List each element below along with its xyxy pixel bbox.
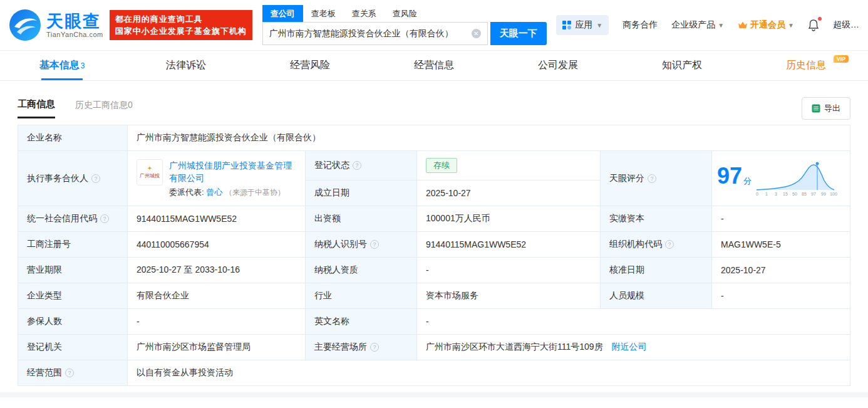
label-approval-date: 核准日期 bbox=[601, 258, 712, 283]
table-row: 企业名称 广州市南方智慧能源投资合伙企业（有限合伙） bbox=[18, 125, 850, 151]
value-insured-count: - bbox=[128, 309, 306, 335]
info-icon[interactable]: ? bbox=[100, 214, 109, 223]
value-org-code: MAG1WW5E-5 bbox=[712, 232, 850, 258]
value-company-name: 广州市南方智慧能源投资合伙企业（有限合伙） bbox=[128, 125, 850, 151]
nav-open-vip[interactable]: 开通会员 ▼ bbox=[738, 19, 794, 31]
export-excel-icon bbox=[812, 104, 820, 113]
tab-history-info[interactable]: 历史信息 VIP bbox=[744, 51, 868, 80]
axis-tick: 0 bbox=[756, 192, 758, 196]
table-row: 执行事务合伙人 ? ✦ 广州城投 广州城投佳朋产业投资基金管理有限公司 委派代表… bbox=[18, 151, 850, 180]
info-icon[interactable]: ? bbox=[648, 174, 656, 183]
crown-icon bbox=[738, 21, 748, 29]
label-org-code: 组织机构代码 ? bbox=[601, 232, 712, 258]
table-row: 营业期限 2025-10-27 至 2033-10-16 纳税人资质 - 核准日… bbox=[18, 258, 850, 283]
value-tianyan-score[interactable]: 97分 0 1 3 15 50 85 97 99 100 bbox=[712, 151, 850, 206]
value-approval-date: 2025-10-27 bbox=[712, 258, 850, 283]
value-registration-number: 440110005667954 bbox=[128, 232, 306, 258]
info-icon[interactable]: ? bbox=[370, 343, 379, 352]
value-english-name: - bbox=[417, 309, 850, 335]
axis-tick: 99 bbox=[821, 192, 826, 196]
brand-slogan: 都在用的商业查询工具 国家中小企业发展子基金旗下机构 bbox=[110, 10, 252, 40]
nav-business-cooperation[interactable]: 商务合作 bbox=[623, 19, 658, 31]
tab-legal-proceedings[interactable]: 法律诉讼 bbox=[124, 51, 248, 80]
clear-search-icon[interactable]: ✕ bbox=[472, 29, 481, 38]
nav-super-vip[interactable]: 超级… bbox=[833, 19, 859, 31]
tab-company-development[interactable]: 公司发展 bbox=[496, 51, 620, 80]
axis-tick: 97 bbox=[811, 192, 816, 196]
value-taxpayer-qualification: - bbox=[417, 258, 601, 283]
info-icon[interactable]: ? bbox=[91, 174, 100, 183]
notification-bell-icon[interactable] bbox=[808, 19, 819, 31]
label-staff-size: 人员规模 bbox=[601, 283, 712, 309]
export-button[interactable]: 导出 bbox=[802, 97, 850, 120]
label-capital: 出资额 bbox=[306, 206, 417, 232]
search-button[interactable]: 天眼一下 bbox=[490, 22, 547, 45]
search-block: 查公司 查老板 查关系 查风险 ✕ 天眼一下 bbox=[262, 5, 547, 45]
value-business-scope: 以自有资金从事投资活动 bbox=[128, 360, 850, 386]
info-icon[interactable]: ? bbox=[370, 240, 379, 249]
apps-button[interactable]: 应用 ▼ bbox=[556, 15, 609, 35]
score-number: 97分 bbox=[717, 164, 752, 194]
tab-operating-info[interactable]: 经营信息 bbox=[372, 51, 496, 80]
search-tab-boss[interactable]: 查老板 bbox=[303, 5, 344, 22]
tab-intellectual-property[interactable]: 知识产权 bbox=[620, 51, 744, 80]
notification-dot bbox=[818, 17, 822, 21]
label-taxpayer-qualification: 纳税人资质 bbox=[306, 258, 417, 283]
top-header: 天眼查 TianYanCha.com 都在用的商业查询工具 国家中小企业发展子基… bbox=[0, 0, 868, 50]
info-icon[interactable]: ? bbox=[353, 161, 361, 170]
header-nav: 应用 ▼ 商务合作 企业级产品 ▼ 开通会员 ▼ 超级… bbox=[556, 15, 859, 35]
label-business-term: 营业期限 bbox=[18, 258, 128, 283]
value-establish-date: 2025-10-27 bbox=[417, 180, 601, 206]
label-tianyan-score: 天眼评分 ? bbox=[601, 151, 712, 206]
subtab-business-info[interactable]: 工商信息 bbox=[18, 98, 55, 118]
table-row: 企业类型 有限合伙企业 行业 资本市场服务 人员规模 - bbox=[18, 283, 850, 309]
partner-company-link[interactable]: 广州城投佳朋产业投资基金管理有限公司 bbox=[169, 159, 296, 184]
value-registration-status: 存续 bbox=[417, 151, 601, 180]
label-executive-partner: 执行事务合伙人 ? bbox=[18, 151, 128, 206]
chevron-down-icon: ▼ bbox=[718, 22, 724, 29]
table-row: 工商注册号 440110005667954 纳税人识别号 ? 91440115M… bbox=[18, 232, 850, 258]
value-company-type: 有限合伙企业 bbox=[128, 283, 306, 309]
value-industry: 资本市场服务 bbox=[417, 283, 601, 309]
value-taxpayer-id: 91440115MAG1WW5E52 bbox=[417, 232, 601, 258]
value-capital: 100001万人民币 bbox=[417, 206, 601, 232]
tab-operating-risk[interactable]: 经营风险 bbox=[248, 51, 372, 80]
label-insured-count: 参保人数 bbox=[18, 309, 128, 335]
tab-basic-info[interactable]: 基本信息 3 bbox=[0, 51, 124, 80]
label-english-name: 英文名称 bbox=[306, 309, 417, 335]
subtab-history-business-info[interactable]: 历史工商信息0 bbox=[75, 100, 133, 117]
logo-icon bbox=[9, 9, 41, 41]
value-paid-capital: - bbox=[712, 206, 850, 232]
vip-badge: VIP bbox=[834, 55, 849, 63]
representative-link[interactable]: 曾心 bbox=[206, 187, 222, 197]
table-row: 登记机关 广州市南沙区市场监督管理局 主要经营场所 ? 广州市南沙区环市大道西海… bbox=[18, 335, 850, 360]
value-registration-authority: 广州市南沙区市场监督管理局 bbox=[128, 335, 306, 360]
search-tab-company[interactable]: 查公司 bbox=[262, 5, 303, 22]
nav-enterprise-product[interactable]: 企业级产品 ▼ bbox=[671, 19, 724, 31]
search-tab-relation[interactable]: 查关系 bbox=[344, 5, 385, 22]
tianyancha-logo[interactable]: 天眼查 TianYanCha.com bbox=[9, 9, 103, 41]
axis-tick: 3 bbox=[775, 192, 777, 196]
business-info-table: 企业名称 广州市南方智慧能源投资合伙企业（有限合伙） 执行事务合伙人 ? ✦ 广… bbox=[18, 125, 850, 386]
partner-company-logo: ✦ 广州城投 bbox=[137, 159, 163, 186]
label-registration-number: 工商注册号 bbox=[18, 232, 128, 258]
label-company-type: 企业类型 bbox=[18, 283, 128, 309]
info-icon[interactable]: ? bbox=[665, 240, 674, 249]
label-industry: 行业 bbox=[306, 283, 417, 309]
axis-tick: 1 bbox=[765, 192, 768, 196]
company-section-tabs: 基本信息 3 法律诉讼 经营风险 经营信息 公司发展 知识产权 历史信息 VIP bbox=[0, 50, 868, 81]
value-credit-code: 91440115MAG1WW5E52 bbox=[128, 206, 306, 232]
search-input[interactable] bbox=[269, 29, 472, 39]
emblem-icon: ✦ bbox=[147, 165, 152, 172]
axis-tick: 50 bbox=[792, 192, 797, 196]
logo-subtitle: TianYanCha.com bbox=[46, 31, 103, 38]
search-tab-risk[interactable]: 查风险 bbox=[385, 5, 425, 22]
nearby-companies-link[interactable]: 附近公司 bbox=[612, 342, 647, 352]
main-content: 工商信息 历史工商信息0 导出 企业名称 广州市南方智慧能源投资合伙企业（有限合… bbox=[0, 96, 868, 386]
value-executive-partner: ✦ 广州城投 广州城投佳朋产业投资基金管理有限公司 委派代表: 曾心 （来源于中… bbox=[128, 151, 306, 206]
label-registration-status: 登记状态 ? bbox=[306, 151, 417, 180]
table-row: 经营范围 ? 以自有资金从事投资活动 bbox=[18, 360, 850, 386]
label-business-address: 主要经营场所 ? bbox=[306, 335, 417, 360]
info-icon[interactable]: ? bbox=[65, 369, 74, 377]
chevron-down-icon: ▼ bbox=[788, 22, 794, 29]
